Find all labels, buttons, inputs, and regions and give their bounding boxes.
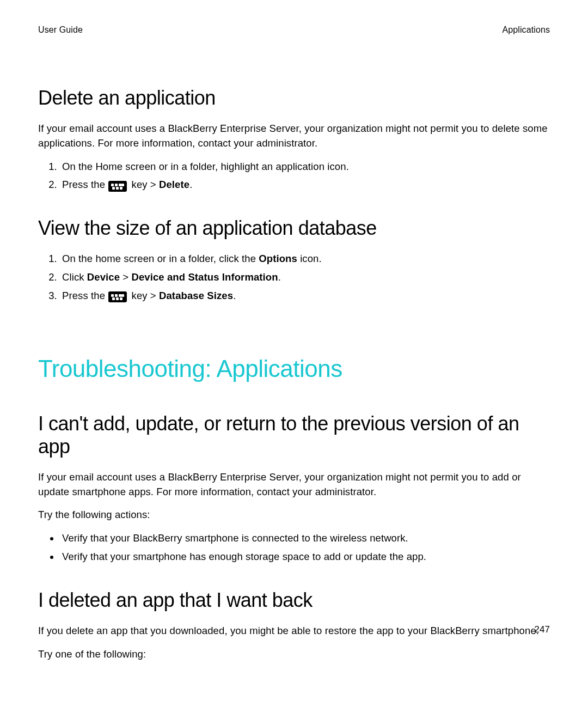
list-item: Press the key > Database Sizes. [60, 289, 550, 303]
paragraph: Try one of the following: [38, 647, 550, 662]
paragraph: Try the following actions: [38, 508, 550, 522]
blackberry-menu-key-icon [108, 291, 127, 302]
bold-text: Database Sizes [159, 290, 233, 301]
blackberry-menu-key-icon [108, 181, 127, 192]
heading-troubleshooting: Troubleshooting: Applications [38, 355, 550, 382]
bold-text: Options [259, 253, 297, 264]
list-item: On the home screen or in a folder, click… [60, 252, 550, 266]
unordered-list: Verify that your BlackBerry smartphone i… [38, 531, 550, 564]
ordered-list: On the Home screen or in a folder, highl… [38, 160, 550, 193]
list-item: On the Home screen or in a folder, highl… [60, 160, 550, 174]
bold-text: Device and Status Information [131, 271, 278, 283]
page-number: 247 [534, 624, 550, 635]
paragraph: If your email account uses a BlackBerry … [38, 121, 550, 151]
list-item: Press the key > Delete. [60, 178, 550, 192]
header-right: Applications [503, 25, 550, 35]
paragraph: If your email account uses a BlackBerry … [38, 470, 550, 500]
heading-delete-an-application: Delete an application [38, 87, 550, 109]
bold-text: Delete [159, 179, 189, 190]
list-item: Verify that your BlackBerry smartphone i… [60, 531, 550, 546]
heading-cant-add: I can't add, update, or return to the pr… [38, 412, 550, 458]
list-item: Verify that your smartphone has enough s… [60, 550, 550, 564]
page-header: User Guide Applications [38, 25, 550, 35]
list-item: Click Device > Device and Status Informa… [60, 270, 550, 285]
header-left: User Guide [38, 25, 83, 35]
heading-deleted-app: I deleted an app that I want back [38, 589, 550, 612]
paragraph: If you delete an app that you downloaded… [38, 624, 550, 638]
bold-text: Device [87, 271, 120, 283]
ordered-list: On the home screen or in a folder, click… [38, 252, 550, 303]
heading-view-size: View the size of an application database [38, 217, 550, 240]
